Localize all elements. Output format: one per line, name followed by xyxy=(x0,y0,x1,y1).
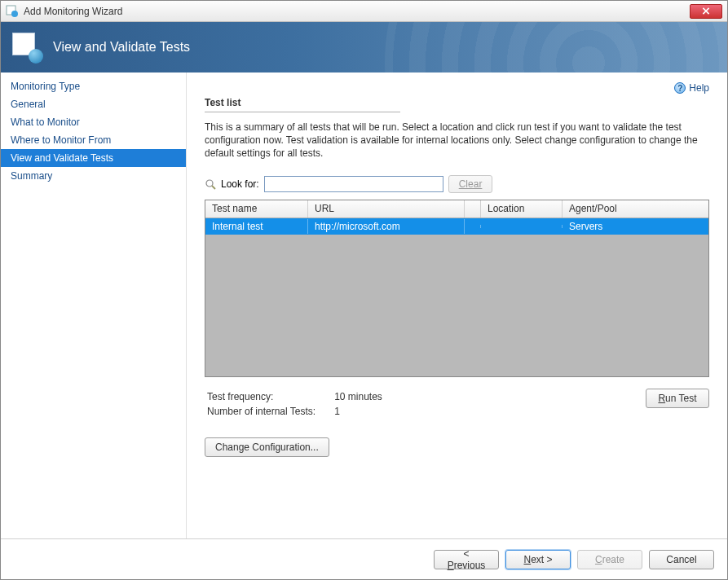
section-description: This is a summary of all tests that will… xyxy=(205,121,709,160)
previous-label: < Previous xyxy=(444,548,488,571)
sidebar-item-label: Monitoring Type xyxy=(11,81,80,92)
sidebar-item-general[interactable]: General xyxy=(1,95,186,113)
window-title: Add Monitoring Wizard xyxy=(24,6,690,17)
cancel-label: Cancel xyxy=(666,554,696,565)
wizard-sidebar: Monitoring Type General What to Monitor … xyxy=(1,72,187,538)
col-header-agentpool[interactable]: Agent/Pool xyxy=(563,200,708,218)
svg-point-4 xyxy=(206,180,213,187)
summary-left: Test frequency: 10 minutes Number of int… xyxy=(205,389,646,420)
help-link[interactable]: ? Help xyxy=(674,82,709,94)
summary-row: Test frequency: 10 minutes Number of int… xyxy=(205,389,709,420)
section-underline xyxy=(205,112,400,112)
clear-button[interactable]: Clear xyxy=(448,175,493,193)
cell-test-name: Internal test xyxy=(205,219,308,234)
change-configuration-button[interactable]: Change Configuration... xyxy=(205,437,329,457)
wizard-window: Add Monitoring Wizard View and Validate … xyxy=(0,0,728,580)
search-icon xyxy=(205,178,216,190)
sidebar-item-label: Summary xyxy=(11,170,52,182)
num-internal-value: 1 xyxy=(333,405,399,418)
help-label: Help xyxy=(689,82,709,94)
help-icon: ? xyxy=(674,82,686,94)
sidebar-item-label: Where to Monitor From xyxy=(11,134,111,146)
wizard-body: Monitoring Type General What to Monitor … xyxy=(1,72,727,538)
lookfor-label: Look for: xyxy=(221,178,259,190)
previous-button[interactable]: < Previous xyxy=(434,550,499,569)
wizard-main: ? Help Test list This is a summary of al… xyxy=(187,72,727,538)
wizard-header-title: View and Validate Tests xyxy=(53,40,190,55)
lookfor-input[interactable] xyxy=(264,176,443,192)
test-grid: Test name URL Location Agent/Pool Intern… xyxy=(205,200,709,377)
sidebar-item-label: General xyxy=(11,99,46,110)
grid-row[interactable]: Internal test http://microsoft.com Serve… xyxy=(205,218,708,235)
create-button[interactable]: Create xyxy=(577,550,642,569)
cell-location xyxy=(481,225,563,228)
lookfor-row: Look for: Clear xyxy=(205,175,709,193)
test-frequency-label: Test frequency: xyxy=(206,390,332,403)
col-header-url[interactable]: URL xyxy=(308,200,465,218)
next-button[interactable]: Next > xyxy=(505,550,571,569)
sidebar-item-label: View and Validate Tests xyxy=(11,152,113,164)
run-test-button[interactable]: Run Test xyxy=(646,389,709,408)
titlebar: Add Monitoring Wizard xyxy=(1,1,727,22)
clear-label: Clear xyxy=(459,178,483,190)
sidebar-item-view-and-validate-tests[interactable]: View and Validate Tests xyxy=(1,149,186,167)
wizard-footer: < Previous Next > Create Cancel xyxy=(1,538,727,579)
section-title: Test list xyxy=(205,97,709,108)
sidebar-item-where-to-monitor-from[interactable]: Where to Monitor From xyxy=(1,131,186,149)
cell-agentpool: Servers xyxy=(563,219,708,234)
test-frequency-value: 10 minutes xyxy=(333,390,399,403)
num-internal-label: Number of internal Tests: xyxy=(206,405,332,418)
col-header-spacer xyxy=(465,200,481,218)
svg-line-5 xyxy=(212,186,215,189)
sidebar-item-monitoring-type[interactable]: Monitoring Type xyxy=(1,77,186,95)
cell-url: http://microsoft.com xyxy=(308,219,465,234)
grid-header: Test name URL Location Agent/Pool xyxy=(205,200,708,218)
wizard-header-icon xyxy=(12,33,42,62)
app-icon xyxy=(6,5,19,18)
close-button[interactable] xyxy=(690,4,722,19)
col-header-location[interactable]: Location xyxy=(481,200,563,218)
cell-spacer xyxy=(465,225,481,228)
wizard-header: View and Validate Tests xyxy=(1,22,727,72)
sidebar-item-what-to-monitor[interactable]: What to Monitor xyxy=(1,113,186,131)
sidebar-item-label: What to Monitor xyxy=(11,116,80,128)
change-configuration-label: Change Configuration... xyxy=(215,442,319,453)
col-header-test-name[interactable]: Test name xyxy=(205,200,308,218)
sidebar-item-summary[interactable]: Summary xyxy=(1,167,186,185)
svg-point-1 xyxy=(11,11,18,17)
next-label: Next > xyxy=(523,554,552,565)
create-label: Create xyxy=(595,554,624,565)
cancel-button[interactable]: Cancel xyxy=(649,550,714,569)
run-test-label: Run Test xyxy=(658,393,696,404)
